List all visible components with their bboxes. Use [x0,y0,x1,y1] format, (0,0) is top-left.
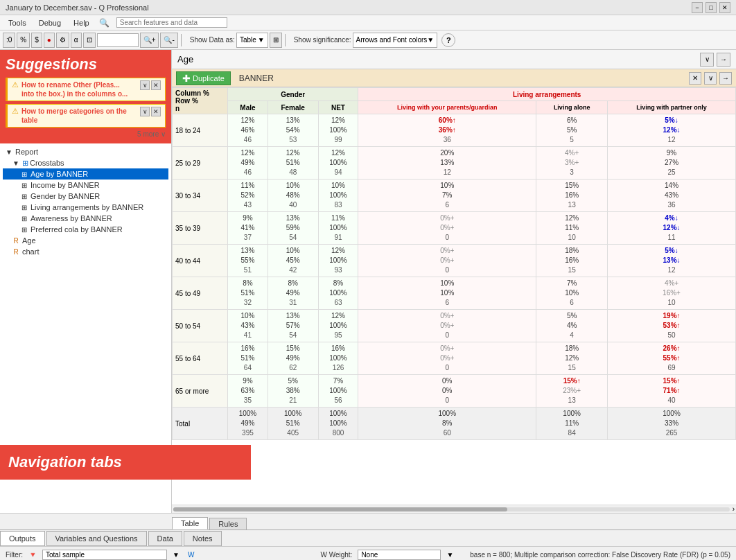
toolbar-format-btn[interactable]: :0 [3,33,15,48]
toolbar-dollar-btn[interactable]: $ [31,33,42,48]
tab-outputs[interactable]: Outputs [0,531,45,546]
cell-2-1: 10%48%40 [268,180,318,212]
tree-item-crosstabs[interactable]: ▼ ⊞ Crosstabs [3,157,168,168]
toolbar-percent-btn[interactable]: % [17,33,30,48]
tab-data[interactable]: Data [148,531,182,546]
maximize-button[interactable]: □ [706,2,717,13]
toolbar-circle-btn[interactable]: ● [44,33,55,48]
horizontal-scrollbar[interactable]: › [172,505,736,513]
cell-7-3: 0%+0%+0 [358,342,536,375]
tree-item-gender[interactable]: ⊞ Gender by BANNER [3,191,168,202]
toolbar-copy-btn[interactable]: ⊡ [83,33,96,48]
tree-item-age[interactable]: R Age [3,235,168,246]
cell-3-0: 9%41%37 [228,212,268,245]
tab-notes[interactable]: Notes [184,531,222,546]
income-table-icon: ⊞ [19,180,29,190]
tree-item-living-label: Living arrangements by BANNER [30,203,143,211]
weight-input[interactable] [358,550,441,560]
cell-6-3: 0%+0%+0 [358,310,536,342]
col-liv3: Living with partner only [608,101,736,114]
suggestion-expand-2[interactable]: ∨ [140,107,150,116]
row-label-6: 50 to 54 [173,310,228,342]
show-sig-label: Show significance: [294,36,351,44]
zoom-out-btn[interactable]: 🔍- [160,33,177,48]
cell-1-4: 4%+3%+3 [536,147,608,180]
suggestion-close-1[interactable]: ✕ [151,80,161,90]
close-button[interactable]: ✕ [719,2,730,13]
tab-rules[interactable]: Rules [209,518,247,530]
cell-3-4: 12%11%10 [536,212,608,245]
inner-tabs-row: Table Rules [0,514,736,530]
cell-9-1: 100%51%405 [268,408,318,440]
sig-value: Arrows and Font colors [356,36,428,44]
show-data-icon-btn[interactable]: ⊞ [270,33,282,48]
tree-item-report[interactable]: ▼ Report [3,146,168,157]
suggestion-controls-1: ∨ ✕ [140,80,161,90]
cell-4-5: 5%↓13%↓12 [608,245,736,277]
title-bar: January to December.sav - Q Professional… [0,0,736,15]
search-input[interactable] [116,17,227,28]
tree-item-living[interactable]: ⊞ Living arrangements by BANNER [3,202,168,213]
banner-clear-btn[interactable]: ✕ [689,72,701,85]
row-label-7: 55 to 64 [173,342,228,375]
tree-item-age-banner[interactable]: ⊞ Age by BANNER [3,168,168,180]
scroll-right-btn[interactable]: › [733,505,735,513]
tree-item-income[interactable]: ⊞ Income by BANNER [3,180,168,191]
cell-5-5: 4%+16%+10 [608,277,736,310]
show-data-dropdown[interactable]: Table ▼ [236,33,268,48]
tree-item-chart[interactable]: R chart [3,246,168,257]
sig-dropdown[interactable]: Arrows and Font colors ▼ [353,33,438,48]
menu-debug[interactable]: Debug [33,17,67,28]
col-net: NET [318,101,358,114]
cell-8-0: 9%63%35 [228,375,268,408]
filter-input[interactable] [42,550,167,560]
banner-nav-btn[interactable]: → [719,72,732,85]
cell-1-1: 12%51%48 [268,147,318,180]
help-button[interactable]: ? [441,33,455,47]
cell-0-3: 60%↑36%↑36 [358,114,536,147]
menu-help[interactable]: Help [68,17,95,28]
col-male: Male [228,101,268,114]
tree-item-awareness[interactable]: ⊞ Awareness by BANNER [3,213,168,224]
more-link[interactable]: 5 more ∨ [6,130,166,138]
minimize-button[interactable]: − [692,2,703,13]
suggestion-expand-1[interactable]: ∨ [140,80,150,90]
suggestions-title: Suggestions [6,55,166,73]
main-layout: Suggestions ⚠ How to rename Other (Pleas… [0,50,736,513]
suggestion-close-2[interactable]: ✕ [151,107,161,116]
tree-item-crosstabs-label: Crosstabs [30,159,64,167]
table-collapse-btn[interactable]: ∨ [700,53,714,67]
zoom-input[interactable]: 100% [97,33,139,47]
duplicate-button[interactable]: ✚ Duplicate [176,71,231,85]
cell-4-3: 0%+0%+0 [358,245,536,277]
toolbar-gear-btn[interactable]: ⚙ [56,33,69,48]
window-controls: − □ ✕ [692,2,730,13]
cell-0-1: 13%54%53 [268,114,318,147]
tab-table[interactable]: Table [172,517,208,530]
toolbar-alpha-btn[interactable]: α [71,33,82,48]
filter-dropdown-arrow: ▼ [173,551,179,559]
cell-8-2: 7%100%56 [318,375,358,408]
cell-8-5: 15%↑71%↑40 [608,375,736,408]
tab-variables[interactable]: Variables and Questions [46,531,147,546]
row-label-1: 25 to 29 [173,147,228,180]
cell-2-5: 14%43%36 [608,180,736,212]
data-table: Column % Row % n Gender Living arrangeme… [172,87,736,440]
tree-item-cola[interactable]: ⊞ Preferred cola by BANNER [3,224,168,235]
banner-text: BANNER [239,73,686,83]
cell-3-2: 11%100%91 [318,212,358,245]
suggestion-text-2: How to merge categories on the table [21,107,134,125]
zoom-in-btn[interactable]: 🔍+ [140,33,159,48]
nav-tabs-overlay: Navigation tabs [0,445,172,480]
bottom-tabs: Table Rules Outputs Variables and Questi… [0,513,736,546]
table-nav-right-btn[interactable]: → [717,53,730,67]
tree-item-income-label: Income by BANNER [30,181,100,189]
menu-tools[interactable]: Tools [3,17,32,28]
outer-tabs-row: Outputs Variables and Questions Data Not… [0,530,736,546]
cell-6-1: 13%57%54 [268,310,318,342]
row-label-5: 45 to 49 [173,277,228,310]
table-area[interactable]: Column % Row % n Gender Living arrangeme… [172,87,736,505]
banner-collapse-btn[interactable]: ∨ [704,72,717,85]
cell-9-0: 100%49%395 [228,408,268,440]
right-panel: Age ∨ → ✚ Duplicate BANNER ✕ ∨ → Column … [172,50,736,513]
